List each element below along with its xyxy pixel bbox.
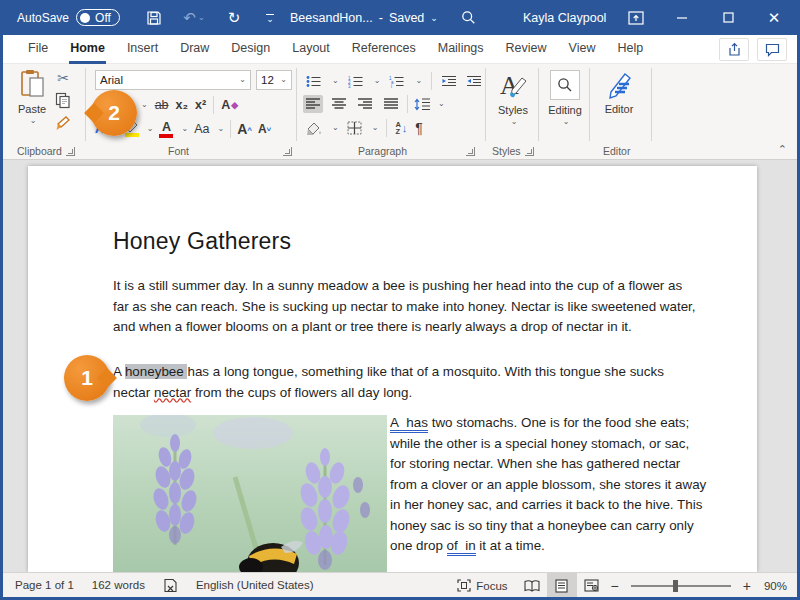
- tab-review[interactable]: Review: [495, 35, 558, 64]
- increase-indent-button[interactable]: [466, 75, 482, 87]
- customize-toolbar-icon[interactable]: ⌄: [257, 0, 283, 35]
- highlight-chevron-icon[interactable]: [145, 123, 154, 135]
- tab-insert[interactable]: Insert: [116, 35, 169, 64]
- zoom-slider[interactable]: [631, 585, 731, 587]
- font-color-button[interactable]: A: [159, 121, 173, 138]
- clipboard-dialog-launcher[interactable]: [66, 147, 75, 156]
- change-case-chevron-icon[interactable]: [215, 123, 224, 135]
- editor-button[interactable]: Editor: [597, 70, 641, 115]
- multilevel-list-button[interactable]: 1ai: [389, 75, 404, 88]
- group-divider: [485, 68, 486, 141]
- font-name-select[interactable]: Arial: [95, 70, 251, 90]
- web-layout-button[interactable]: [577, 573, 607, 598]
- zoom-slider-thumb[interactable]: [673, 580, 678, 592]
- change-case-button[interactable]: Aa: [194, 122, 209, 136]
- bullets-button[interactable]: [306, 75, 321, 88]
- document-name: BeesandHon...: [290, 11, 373, 25]
- collapse-ribbon-icon[interactable]: ⌃: [778, 143, 787, 156]
- editing-button[interactable]: Editing: [544, 70, 586, 128]
- subscript-button[interactable]: x₂: [176, 98, 189, 112]
- word-count[interactable]: 162 words: [83, 573, 154, 598]
- redo-icon[interactable]: ↻: [221, 0, 247, 35]
- styles-dialog-launcher[interactable]: [525, 147, 534, 156]
- document-title[interactable]: BeesandHon... - Saved ⌄: [290, 0, 438, 35]
- document-page[interactable]: Honey Gatherers It is a still summer day…: [28, 166, 757, 572]
- numbering-chevron-icon[interactable]: [372, 75, 381, 87]
- tab-design[interactable]: Design: [220, 35, 281, 64]
- paste-button[interactable]: Paste: [12, 69, 52, 145]
- page-indicator[interactable]: Page 1 of 1: [3, 573, 83, 598]
- save-icon[interactable]: [141, 0, 167, 35]
- autosave-toggle[interactable]: Off: [76, 9, 120, 26]
- styles-button[interactable]: A Styles: [491, 70, 535, 128]
- clear-formatting-button[interactable]: A◆: [221, 98, 238, 112]
- spelling-error-text[interactable]: nectar: [154, 385, 191, 400]
- close-button[interactable]: ✕: [751, 0, 797, 35]
- font-color-chevron-icon[interactable]: [179, 123, 188, 135]
- print-layout-button[interactable]: [547, 573, 577, 598]
- tab-file[interactable]: File: [17, 35, 59, 64]
- font-dialog-launcher[interactable]: [283, 147, 292, 156]
- language-indicator[interactable]: English (United States): [187, 573, 323, 598]
- line-spacing-button[interactable]: [414, 98, 430, 111]
- multilevel-chevron-icon[interactable]: [413, 75, 422, 87]
- sort-button[interactable]: AZ ↓: [395, 121, 407, 135]
- styles-chevron-icon: [509, 116, 518, 128]
- show-hide-pilcrow-button[interactable]: ¶: [415, 120, 423, 136]
- read-mode-button[interactable]: [517, 573, 547, 598]
- group-divider: [651, 68, 652, 141]
- paragraph-dialog-launcher[interactable]: [466, 147, 475, 156]
- line-spacing-chevron-icon[interactable]: [436, 98, 445, 110]
- borders-chevron-icon[interactable]: [370, 122, 379, 134]
- selected-text[interactable]: honeybee: [125, 364, 188, 379]
- grow-font-button[interactable]: A˄: [237, 121, 252, 137]
- zoom-out-button[interactable]: −: [607, 578, 623, 594]
- format-painter-icon[interactable]: [55, 115, 71, 131]
- underline-chevron-icon[interactable]: [139, 99, 148, 111]
- borders-button[interactable]: [347, 121, 362, 135]
- undo-icon[interactable]: ↶⌄: [177, 0, 211, 35]
- minimize-button[interactable]: [659, 0, 705, 35]
- tab-view[interactable]: View: [558, 35, 607, 64]
- align-center-button[interactable]: [329, 95, 349, 113]
- align-left-button[interactable]: [303, 95, 323, 113]
- ribbon-display-options-icon[interactable]: [613, 0, 659, 35]
- shading-button[interactable]: [306, 121, 322, 135]
- tab-help[interactable]: Help: [606, 35, 654, 64]
- autosave-label: AutoSave: [17, 11, 69, 25]
- tab-references[interactable]: References: [341, 35, 427, 64]
- strikethrough-button[interactable]: ab: [155, 98, 169, 112]
- user-name[interactable]: Kayla Claypool: [523, 11, 606, 25]
- superscript-button[interactable]: x²: [195, 98, 206, 112]
- zoom-in-button[interactable]: +: [739, 578, 755, 594]
- tab-home[interactable]: Home: [59, 35, 116, 64]
- justify-button[interactable]: [381, 95, 401, 113]
- editor-group-label: Editor: [603, 145, 630, 157]
- decrease-indent-button[interactable]: [441, 75, 457, 87]
- status-bar: Page 1 of 1 162 words English (United St…: [3, 572, 797, 597]
- lavender-bee-photo[interactable]: [113, 415, 387, 572]
- numbering-button[interactable]: 123: [348, 75, 363, 88]
- cut-icon[interactable]: ✂: [55, 70, 71, 86]
- comments-button[interactable]: [757, 38, 787, 61]
- proofing-errors-icon[interactable]: [154, 573, 187, 598]
- grammar-error-text-2[interactable]: of in: [447, 538, 476, 556]
- tab-mailings[interactable]: Mailings: [427, 35, 495, 64]
- maximize-button[interactable]: [705, 0, 751, 35]
- tab-layout[interactable]: Layout: [281, 35, 341, 64]
- font-size-select[interactable]: 12: [256, 70, 292, 90]
- title-separator: -: [379, 11, 383, 25]
- zoom-level[interactable]: 90%: [755, 573, 791, 598]
- focus-button[interactable]: Focus: [448, 573, 516, 598]
- bullets-chevron-icon[interactable]: [330, 75, 339, 87]
- copy-icon[interactable]: [55, 92, 71, 109]
- tab-draw[interactable]: Draw: [169, 35, 220, 64]
- share-button[interactable]: [719, 38, 749, 61]
- search-icon[interactable]: [455, 0, 481, 35]
- title-bar: AutoSave Off ↶⌄ ↻ ⌄ BeesandHon... - Save…: [3, 0, 797, 35]
- save-status: Saved: [389, 11, 424, 25]
- align-right-button[interactable]: [355, 95, 375, 113]
- grammar-error-text-1[interactable]: A has: [390, 415, 428, 433]
- shrink-font-button[interactable]: A˅: [258, 122, 271, 136]
- shading-chevron-icon[interactable]: [330, 122, 339, 134]
